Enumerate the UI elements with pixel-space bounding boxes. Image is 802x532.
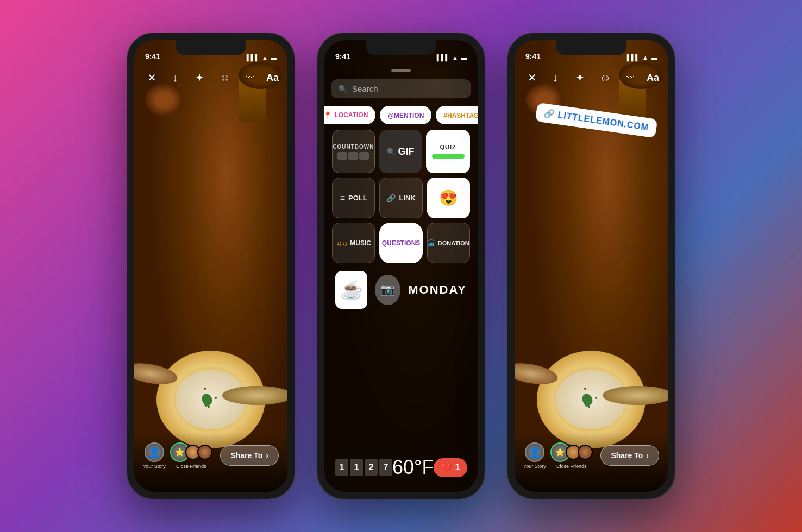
leaf xyxy=(200,392,215,407)
phone-right: 9:41 ▌▌▌ ▲ ▬ ✕ ↓ ✦ ☺ 〰 Aa 🔗 LITTLELEMON.… xyxy=(507,33,675,499)
toolbar-right-right: ↓ ✦ ☺ 〰 Aa xyxy=(547,69,659,86)
digit-3: 2 xyxy=(365,459,378,476)
text-tool-left[interactable]: Aa xyxy=(266,72,279,84)
time-right: 9:41 xyxy=(525,52,541,61)
story-toolbar-left[interactable]: ✕ ↓ ✦ ☺ 〰 Aa xyxy=(134,64,287,91)
temperature-display: 60°F xyxy=(392,456,434,479)
your-story-avatar-right: 👤 xyxy=(525,442,544,462)
wifi-middle: ▲ xyxy=(452,54,458,61)
toolbar-right-left: ↓ ✦ ☺ 〰 Aa xyxy=(166,69,279,86)
face-icon-left[interactable]: ☺ xyxy=(216,69,234,86)
sticker-row-3: ≡ POLL 🔗 LINK 😍 xyxy=(324,175,478,220)
search-placeholder-middle: Search xyxy=(352,84,378,93)
your-story-left[interactable]: 👤 Your Story xyxy=(143,442,166,469)
donation-label: DONATION xyxy=(438,240,469,246)
donation-icon: 🏛 xyxy=(428,239,435,248)
wave-icon-left[interactable]: 〰 xyxy=(241,69,259,86)
mug-sticker[interactable]: ☕ xyxy=(335,271,367,309)
countdown-sticker[interactable]: COUNTDOWN xyxy=(332,130,375,173)
battery-right: ▬ xyxy=(651,54,657,61)
share-btn-left[interactable]: Share To › xyxy=(220,445,279,466)
story-bottom-right: 👤 Your Story ⭐ Close Friends Share To xyxy=(515,432,668,492)
story-avatars-right: 👤 Your Story ⭐ Close Friends xyxy=(523,442,593,469)
hashtag-label: #HASHTAG xyxy=(443,112,478,119)
hashtag-sticker[interactable]: #HASHTAG xyxy=(436,106,478,124)
digits-row: 1 1 2 7 xyxy=(335,459,392,476)
mention-label: @MENTION xyxy=(387,112,424,119)
text-tool-right[interactable]: Aa xyxy=(647,72,659,84)
share-chevron-right: › xyxy=(646,451,649,460)
share-btn-right[interactable]: Share To › xyxy=(600,445,659,466)
signal-right: ▌▌▌ xyxy=(627,54,640,61)
close-friends-label-right: Close Friends xyxy=(556,464,587,469)
download-icon-right[interactable]: ↓ xyxy=(547,69,564,86)
close-friends-avatar-group-left: ⭐ xyxy=(170,442,212,462)
mention-sticker[interactable]: @MENTION xyxy=(380,106,431,124)
link-sticker-btn[interactable]: 🔗 LINK xyxy=(379,178,422,218)
questions-sticker[interactable]: QUESTIONS xyxy=(379,223,422,263)
close-friends-left[interactable]: ⭐ Close Friends xyxy=(170,442,212,469)
close-friends-right[interactable]: ⭐ Close Friends xyxy=(550,442,593,469)
emoji-slider-icon: 😍 xyxy=(439,189,458,207)
panel-handle[interactable] xyxy=(391,69,411,72)
location-icon: 📍 xyxy=(324,111,332,119)
story-toolbar-right[interactable]: ✕ ↓ ✦ ☺ 〰 Aa xyxy=(515,64,668,91)
sticker-row-1: 📍 LOCATION @MENTION #HASHTAG xyxy=(324,103,478,128)
countdown-block-1 xyxy=(337,152,347,160)
heart-icon-middle: ❤️ xyxy=(441,463,452,473)
quiz-bar xyxy=(432,154,465,159)
cf-avatars-left xyxy=(185,445,212,460)
gif-sticker[interactable]: 🔍 GIF xyxy=(379,130,422,173)
food-background-left xyxy=(134,40,287,492)
poll-sticker[interactable]: ≡ POLL xyxy=(332,178,375,218)
sticker-search-bar[interactable]: 🔍 Search xyxy=(331,79,471,98)
herb-1 xyxy=(204,388,206,390)
digit-2: 1 xyxy=(350,459,363,476)
cf-av-2-left xyxy=(197,445,212,460)
quiz-sticker[interactable]: QUIZ xyxy=(426,130,470,173)
your-story-label-left: Your Story xyxy=(143,464,166,469)
your-story-avatar-left: 👤 xyxy=(145,442,164,462)
location-sticker[interactable]: 📍 LOCATION xyxy=(324,106,375,124)
signal-left: ▌▌▌ xyxy=(247,54,259,61)
donation-sticker[interactable]: 🏛 DONATION xyxy=(427,223,470,263)
bread-right-right xyxy=(603,386,668,405)
sticker-panel: 🔍 Search 📍 LOCATION @MENTION #HASHTAG xyxy=(324,40,478,492)
cf-av-2-right xyxy=(578,445,593,460)
gif-search-icon: 🔍 xyxy=(387,148,396,156)
close-icon-right[interactable]: ✕ xyxy=(523,69,541,86)
move-icon-right[interactable]: ✦ xyxy=(572,69,589,86)
music-label: MUSIC xyxy=(350,239,371,247)
camera-btn-middle[interactable]: 📷 xyxy=(375,275,400,305)
music-icon: ♫♫ xyxy=(336,239,347,248)
wave-icon-right[interactable]: 〰 xyxy=(622,69,639,86)
countdown-blocks xyxy=(337,152,369,160)
phone-left: 9:41 ▌▌▌ ▲ ▬ ✕ ↓ ✦ ☺ 〰 Aa 👤 Your xyxy=(127,33,295,499)
battery-left: ▬ xyxy=(271,54,277,61)
emoji-slider-sticker[interactable]: 😍 xyxy=(427,178,470,218)
countdown-block-3 xyxy=(359,152,369,160)
cf-avatars-right xyxy=(566,445,593,460)
close-icon-left[interactable]: ✕ xyxy=(143,69,160,86)
link-icon-sticker: 🔗 xyxy=(543,108,555,120)
herb-2 xyxy=(215,397,217,399)
move-icon-left[interactable]: ✦ xyxy=(191,69,209,86)
like-badge-middle[interactable]: ❤️ 1 xyxy=(434,458,467,477)
countdown-block-2 xyxy=(348,152,358,160)
face-icon-right[interactable]: ☺ xyxy=(597,69,614,86)
wifi-left: ▲ xyxy=(262,54,268,61)
poll-label: POLL xyxy=(348,194,367,202)
music-sticker[interactable]: ♫♫ MUSIC xyxy=(332,223,375,263)
download-icon-left[interactable]: ↓ xyxy=(166,69,184,86)
monday-sticker[interactable]: MONDAY xyxy=(408,283,467,297)
share-btn-text-left: Share To xyxy=(230,451,262,460)
link-icon-middle: 🔗 xyxy=(386,194,396,202)
battery-middle: ▬ xyxy=(461,54,467,61)
poll-icon: ≡ xyxy=(340,193,345,203)
status-icons-right: ▌▌▌ ▲ ▬ xyxy=(627,54,657,61)
notch-left xyxy=(176,40,246,55)
link-label: LINK xyxy=(399,194,415,202)
search-icon-middle: 🔍 xyxy=(339,85,348,93)
your-story-right[interactable]: 👤 Your Story xyxy=(523,442,546,469)
sticker-row-2: COUNTDOWN 🔍 GIF QUIZ xyxy=(324,128,478,175)
